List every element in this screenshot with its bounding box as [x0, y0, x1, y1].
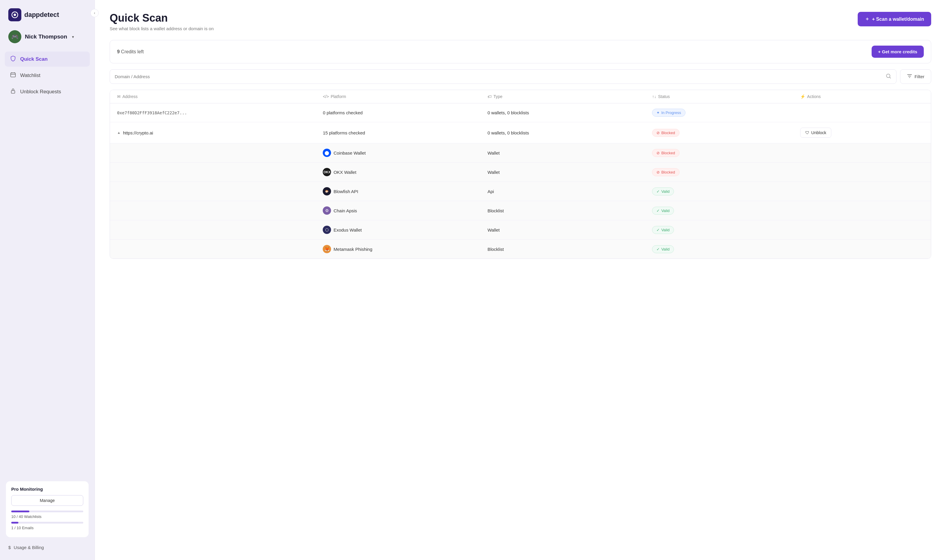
filter-label: Filter [915, 74, 924, 79]
check-icon: ✓ [656, 189, 660, 194]
code-icon: </> [323, 94, 329, 99]
user-profile[interactable]: 🎮 Nick Thompson ▾ [0, 27, 94, 49]
coinbase-icon: ⬤ [323, 149, 331, 157]
get-more-credits-button[interactable]: + Get more credits [872, 46, 924, 58]
watchlists-progress-bar-fill [11, 511, 29, 512]
row-status: ✓ Valid [652, 245, 800, 253]
row-platform: 15 platforms checked [323, 130, 488, 135]
row-platform: ⬡ Exodus Wallet [323, 226, 488, 234]
svg-point-1 [14, 14, 16, 16]
filter-button[interactable]: Filter [900, 69, 931, 84]
search-icon [886, 73, 892, 80]
spin-icon: ✦ [656, 111, 660, 115]
watchlists-progress: 10 / 40 Watchlists [11, 511, 83, 519]
expand-icon[interactable]: ▲ [117, 131, 120, 135]
sidebar-item-unblock-requests[interactable]: Unblock Requests [5, 84, 90, 99]
block-icon: ⊘ [656, 151, 660, 155]
lock-icon [9, 88, 17, 95]
sidebar-item-quick-scan[interactable]: Quick Scan [5, 52, 90, 67]
user-name: Nick Thompson [25, 34, 67, 40]
search-input[interactable] [115, 74, 883, 79]
pro-monitoring-title: Pro Monitoring [11, 486, 83, 492]
row-address: ▲ https://crypto.ai [117, 130, 323, 135]
logo: dappdetect [0, 0, 94, 27]
search-input-wrap [110, 69, 897, 84]
chain-icon: ⚙ [323, 206, 331, 215]
row-type: Blocklist [488, 247, 652, 252]
table-row: 🐡 Blowfish API Api ✓ Valid [110, 182, 931, 201]
tag-icon: 🏷 [488, 94, 492, 99]
watchlists-label: 10 / 40 Watchlists [11, 514, 42, 519]
row-type: Wallet [488, 170, 652, 175]
shield-unblock-icon: 🛡 [805, 130, 809, 135]
credits-count: 9 [117, 49, 120, 54]
search-bar: Filter [110, 69, 931, 84]
table-row: ⬡ Exodus Wallet Wallet ✓ Valid [110, 220, 931, 240]
emails-progress-bar-fill [11, 522, 19, 523]
okx-icon: OKX [323, 168, 331, 176]
page-title: Quick Scan [110, 12, 214, 24]
row-status: ⊘ Blocked [652, 129, 800, 137]
sidebar-item-label-quick-scan: Quick Scan [20, 56, 48, 62]
exodus-icon: ⬡ [323, 226, 331, 234]
row-status: ⊘ Blocked [652, 168, 800, 176]
lightning-icon: ⚡ [800, 94, 805, 99]
check-icon: ✓ [656, 228, 660, 232]
status-badge: ✓ Valid [652, 207, 674, 215]
table-row: ▲ https://crypto.ai 15 platforms checked… [110, 122, 931, 143]
sidebar-item-label-unblock: Unblock Requests [20, 89, 61, 95]
row-actions: 🛡 Unblock [800, 128, 924, 138]
row-status: ✦ In Progress [652, 109, 800, 117]
unblock-button[interactable]: 🛡 Unblock [800, 128, 831, 138]
row-type: Blocklist [488, 208, 652, 213]
row-status: ✓ Valid [652, 207, 800, 215]
th-type: 🏷 Type [488, 94, 652, 99]
arrow-icon: ↑↓ [652, 94, 656, 99]
usage-billing-label: Usage & Billing [14, 545, 44, 550]
th-platform: </> Platform [323, 94, 488, 99]
row-platform: 0 platforms checked [323, 110, 488, 115]
blowfish-icon: 🐡 [323, 187, 331, 195]
check-icon: ✓ [656, 247, 660, 251]
plus-icon: ＋ [865, 16, 870, 22]
collapse-button[interactable]: ‹ [90, 9, 99, 17]
page-title-block: Quick Scan See what block lists a wallet… [110, 12, 214, 31]
check-icon: ✓ [656, 208, 660, 213]
status-badge: ✓ Valid [652, 188, 674, 195]
status-badge: ⊘ Blocked [652, 149, 679, 157]
sidebar-item-watchlist[interactable]: Watchlist [5, 68, 90, 83]
table-row: OKX OKX Wallet Wallet ⊘ Blocked [110, 163, 931, 182]
status-badge: ✓ Valid [652, 245, 674, 253]
row-status: ✓ Valid [652, 226, 800, 234]
th-actions: ⚡ Actions [800, 94, 924, 99]
sidebar: dappdetect ‹ 🎮 Nick Thompson ▾ Quick Sca… [0, 0, 95, 560]
status-badge: ✦ In Progress [652, 109, 685, 117]
page-header: Quick Scan See what block lists a wallet… [110, 12, 931, 31]
manage-button[interactable]: Manage [11, 495, 83, 506]
chevron-down-icon: ▾ [72, 35, 74, 39]
table-row: 0xe7f80D2FfF3918AefC222e7... 0 platforms… [110, 103, 931, 122]
filter-icon [907, 74, 912, 80]
usage-billing-link[interactable]: $ Usage & Billing [6, 542, 89, 553]
table-header: ✉ Address </> Platform 🏷 Type ↑↓ Status … [110, 90, 931, 103]
row-address: 0xe7f80D2FfF3918AefC222e7... [117, 111, 323, 115]
status-badge: ✓ Valid [652, 226, 674, 234]
logo-icon [8, 8, 22, 22]
credits-label: Credits left [121, 49, 144, 54]
th-address: ✉ Address [117, 94, 323, 99]
row-status: ⊘ Blocked [652, 149, 800, 157]
svg-rect-3 [11, 91, 15, 93]
emails-progress-bar-bg [11, 522, 83, 523]
row-type: Wallet [488, 151, 652, 155]
avatar: 🎮 [8, 30, 22, 43]
row-type: 0 wallets, 0 blocklists [488, 130, 652, 135]
dollar-icon: $ [8, 545, 11, 550]
emails-label: 1 / 10 Emails [11, 526, 34, 530]
scan-wallet-domain-button[interactable]: ＋ + Scan a wallet/domain [858, 12, 931, 26]
sidebar-item-label-watchlist: Watchlist [20, 72, 40, 78]
sidebar-nav: Quick Scan Watchlist Unblock Requests [0, 49, 94, 102]
credits-text: 9 Credits left [117, 49, 144, 54]
row-type: Api [488, 189, 652, 194]
emails-progress: 1 / 10 Emails [11, 522, 83, 530]
block-icon: ⊘ [656, 131, 660, 135]
